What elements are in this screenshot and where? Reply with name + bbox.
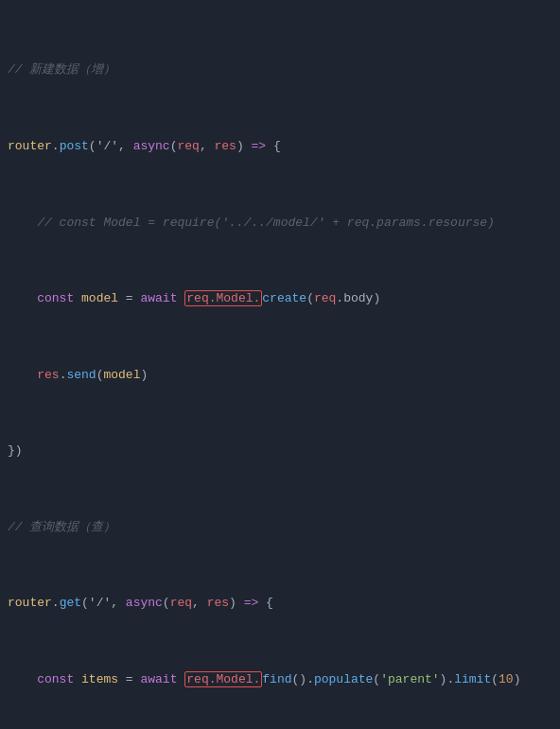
line-comment-query: // 查询数据（查） — [0, 518, 560, 537]
line-comment-1: // 新建数据（增） — [0, 61, 560, 79]
line-router-post: router.post('/', async(req, res) => { — [0, 137, 560, 156]
line-comment-model: // const Model = require('../../model/' … — [0, 214, 560, 233]
code-editor: // 新建数据（增） router.post('/', async(req, r… — [0, 0, 560, 729]
line-res-send-model-1: res.send(model) — [0, 366, 560, 385]
line-const-items: const items = await req.Model.find().pop… — [0, 670, 560, 689]
line-const-model-create: const model = await req.Model.create(req… — [0, 289, 560, 308]
line-close-1: }) — [0, 442, 560, 460]
line-router-get-1: router.get('/', async(req, res) => { — [0, 594, 560, 613]
